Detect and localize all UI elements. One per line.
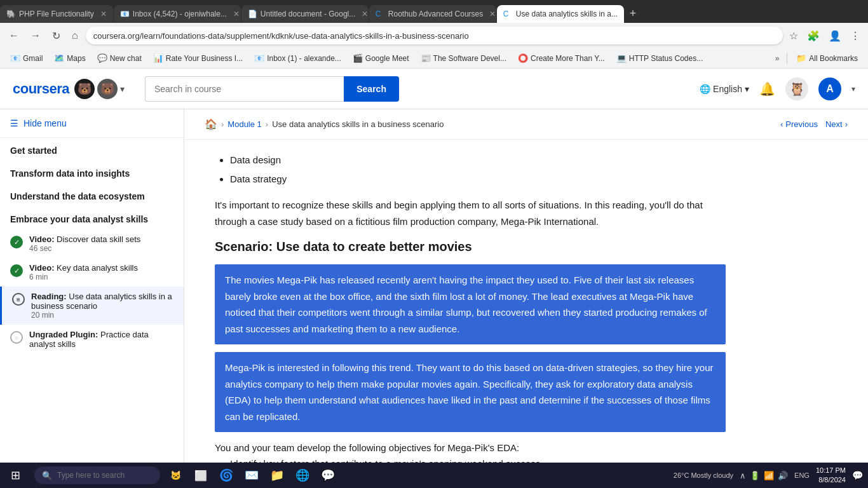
tab-bar: 🐘 PHP File Functionality ✕ 📧 Inbox (4,54… [0, 0, 868, 23]
bookmark-newchat-label: New chat [110, 54, 142, 63]
check-icon-discover: ✓ [10, 236, 23, 248]
hide-menu-button[interactable]: ☰ Hide menu [0, 109, 184, 138]
address-input[interactable] [86, 27, 783, 44]
bookmark-maps-label: Maps [67, 54, 85, 63]
bookmark-maps[interactable]: 🗺️ Maps [49, 52, 90, 64]
next-chevron-icon: › [845, 119, 848, 129]
bookmark-rate-label: Rate Your Business I... [166, 54, 243, 63]
bookmarks-bar: 📧 Gmail 🗺️ Maps 💬 New chat 📊 Rate Your B… [0, 48, 868, 69]
bookmark-newchat[interactable]: 💬 New chat [92, 52, 147, 64]
bookmark-rate-icon: 📊 [153, 53, 163, 63]
menu-icon[interactable]: ⋮ [848, 27, 863, 44]
tab-label-gdoc: Untitled document - Googl... [261, 10, 355, 18]
logo-icons: 🐻 🐻 ▾ [74, 79, 125, 99]
nav-arrows: ‹ Previous Next › [780, 119, 848, 129]
tab-close-gdoc[interactable]: ✕ [359, 10, 368, 18]
sidebar-section-understand: Understand the data ecosystem [0, 184, 184, 201]
taskbar: ⊞ 🔍 🐱 ⬜ 🌀 ✉️ 📁 🌐 💬 26°C Mostly cloudy ∧ … [0, 463, 868, 465]
bookmark-gmeet[interactable]: 🎬 Google Meet [348, 52, 414, 64]
forward-button[interactable]: → [27, 27, 44, 44]
bookmark-software[interactable]: 📰 The Software Devel... [416, 52, 512, 64]
content-body: Data design Data strategy It's important… [184, 140, 756, 465]
tab-coursera-active[interactable]: C Use data analytics skills in a... ✕ [497, 5, 624, 23]
language-button[interactable]: English ▾ [700, 84, 749, 94]
globe-icon [700, 84, 710, 94]
bookmark-folder-icon: 📁 [796, 53, 806, 63]
breadcrumb-home-icon[interactable]: 🏠 [205, 118, 217, 130]
breadcrumb-module-link[interactable]: Module 1 [227, 119, 261, 129]
bookmark-gmeet-icon: 🎬 [353, 53, 363, 63]
address-icons: ☆ 🧩 👤 ⋮ [787, 27, 863, 44]
tab-favicon-roothub: C [376, 10, 384, 18]
next-button[interactable]: Next › [825, 119, 848, 129]
tab-label-coursera: Use data analytics skills in a... [516, 10, 618, 18]
extension-icon[interactable]: 🧩 [804, 27, 822, 44]
tab-roothub[interactable]: C Roothub Advanced Courses ✕ [369, 5, 496, 23]
sidebar-section-embrace: Embrace your data analyst skills [0, 207, 184, 224]
bookmark-createmore[interactable]: ⭕ Create More Than Y... [513, 52, 610, 64]
tab-favicon-coursera: C [503, 10, 512, 18]
bookmark-gmail-icon: 📧 [10, 53, 20, 63]
sidebar-section-transform: Transform data into insights [0, 161, 184, 179]
sidebar-section-get-started: Get started [0, 138, 184, 156]
bookmark-all-label: All Bookmarks [809, 54, 858, 63]
main-layout: ☰ Hide menu Get started Transform data i… [0, 109, 868, 465]
home-button[interactable]: ⌂ [68, 27, 82, 44]
tab-favicon-gmail: 📧 [120, 10, 129, 18]
breadcrumb-current: Use data analytics skills in a business … [272, 119, 444, 129]
bookmark-star-icon[interactable]: ☆ [787, 27, 801, 44]
bookmark-http[interactable]: 💻 HTTP Status Codes... [611, 52, 709, 64]
owl-avatar[interactable]: 🦉 [785, 78, 808, 100]
tab-close-php[interactable]: ✕ [98, 10, 107, 18]
scenario-heading: Scenario: Use data to create better movi… [215, 240, 726, 254]
user-menu-chevron-icon[interactable]: ▾ [851, 85, 855, 93]
sidebar-item-reading-use[interactable]: ≡ Reading: Use data analytics skills in … [0, 287, 184, 325]
bookmarks-more-button[interactable]: » [771, 53, 783, 64]
logo-chevron-icon[interactable]: ▾ [120, 84, 125, 94]
tab-gdoc[interactable]: 📄 Untitled document - Googl... ✕ [241, 5, 369, 23]
sidebar-item-meta-key: 6 min [29, 273, 138, 281]
bookmark-gmail[interactable]: 📧 Gmail [5, 52, 48, 64]
new-tab-button[interactable]: + [625, 7, 642, 20]
user-avatar[interactable]: A [818, 78, 841, 100]
tab-gmail[interactable]: 📧 Inbox (4,542) - ojeniwhale... ✕ [114, 5, 241, 23]
tab-close-roothub[interactable]: ✕ [487, 10, 496, 18]
highlighted-paragraph-2: Mega-Pik is interested in following this… [215, 352, 726, 432]
bookmark-software-icon: 📰 [421, 53, 431, 63]
objectives-intro: You and your team develop the following … [215, 440, 726, 456]
bookmark-newchat-icon: 💬 [97, 53, 107, 63]
tab-php[interactable]: 🐘 PHP File Functionality ✕ [0, 5, 113, 23]
coursera-logo[interactable]: coursera [13, 81, 69, 97]
previous-button[interactable]: ‹ Previous [780, 119, 818, 129]
highlighted-paragraph-1: The movies Mega-Pik has released recentl… [215, 264, 726, 344]
browser-chrome: 🐘 PHP File Functionality ✕ 📧 Inbox (4,54… [0, 0, 868, 69]
bookmark-gmeet-label: Google Meet [365, 54, 409, 63]
tab-close-coursera[interactable]: ✕ [621, 10, 624, 18]
breadcrumb-sep2: › [266, 119, 268, 129]
bookmark-inbox1-label: Inbox (1) - alexande... [267, 54, 341, 63]
sidebar-item-content-key: Video: Key data analyst skills 6 min [29, 263, 138, 281]
search-button[interactable]: Search [344, 76, 399, 102]
search-input[interactable] [145, 76, 344, 102]
profile-icon[interactable]: 👤 [826, 27, 844, 44]
sidebar-item-content-plugin: Ungraded Plugin: Practice data analyst s… [29, 330, 173, 349]
section-title-transform: Transform data into insights [10, 168, 173, 179]
bookmark-rate[interactable]: 📊 Rate Your Business I... [148, 52, 248, 64]
notification-icon[interactable] [759, 81, 775, 97]
bullet-data-strategy: Data strategy [230, 172, 726, 187]
tab-label-php: PHP File Functionality [19, 10, 94, 18]
back-button[interactable]: ← [5, 27, 23, 44]
sidebar-item-video-discover[interactable]: ✓ Video: Discover data skill sets 46 sec [0, 229, 184, 258]
sidebar-item-label-plugin: Ungraded Plugin: Practice data analyst s… [29, 330, 173, 349]
sidebar-item-video-key[interactable]: ✓ Video: Key data analyst skills 6 min [0, 258, 184, 287]
tab-favicon-gdoc: 📄 [248, 10, 257, 18]
bookmark-all[interactable]: 📁 All Bookmarks [791, 52, 863, 64]
section-title-understand: Understand the data ecosystem [10, 191, 173, 201]
tab-close-gmail[interactable]: ✕ [231, 10, 240, 18]
sidebar-item-plugin[interactable]: ○ Ungraded Plugin: Practice data analyst… [0, 325, 184, 354]
bookmark-inbox1[interactable]: 📧 Inbox (1) - alexande... [249, 52, 346, 64]
intro-paragraph: It's important to recognize these skills… [215, 197, 726, 229]
menu-lines-icon: ☰ [10, 118, 18, 128]
tab-label-gmail: Inbox (4,542) - ojeniwhale... [133, 10, 227, 18]
reload-button[interactable]: ↻ [48, 27, 64, 44]
